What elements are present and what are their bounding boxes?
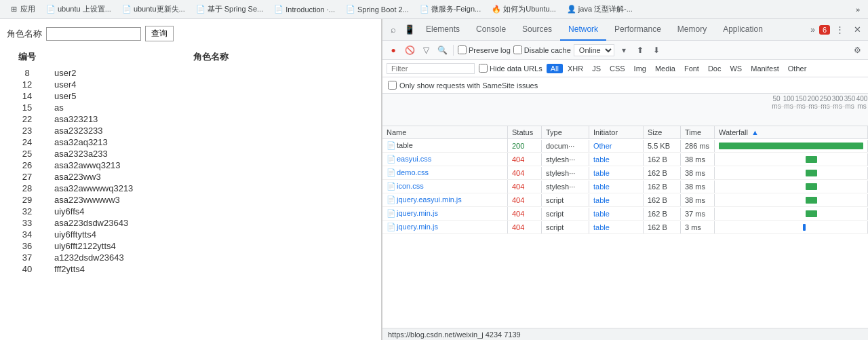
filter-input[interactable] [387,63,475,74]
more-tabs-btn[interactable]: » [806,25,819,35]
samesite-checkbox[interactable] [388,81,397,90]
throttle-select[interactable]: Online [574,44,614,56]
net-type: stylesh··· [542,167,589,179]
table-row[interactable]: 📄jquery.easyui.min.js 404 script table 1… [382,193,868,207]
bookmark-2[interactable]: 📄 ubuntu更新失... [119,3,189,16]
table-row[interactable]: 📄icon.css 404 stylesh··· table 162 B 38 … [382,180,868,193]
filter-icon[interactable]: ▽ [419,43,433,57]
bookmark-3[interactable]: 📄 基于 Spring Se... [193,3,267,16]
filter-type-font[interactable]: Font [680,64,703,73]
tab-elements[interactable]: Elements [418,19,468,41]
data-table: 8user212user414user515as22asa32321323asa… [7,67,374,275]
disable-cache-checkbox[interactable]: Disable cache [513,45,571,54]
net-waterfall [715,181,868,193]
search-icon[interactable]: 🔍 [435,43,449,57]
net-waterfall [715,140,868,152]
preserve-log-checkbox[interactable]: Preserve log [458,45,511,54]
filter-type-ws[interactable]: WS [726,64,746,73]
table-row[interactable]: 📄table 200 docum··· Other 5.5 KB 286 ms [382,139,868,153]
hide-data-urls-checkbox[interactable]: Hide data URLs [479,64,542,73]
net-time: 37 ms [681,208,715,220]
list-item[interactable]: 32uiy6ffs4 [7,206,374,217]
list-item[interactable]: 26asa32awwq3213 [7,159,374,171]
timeline-labels: 50 ms100 ms150 ms200 ms250 ms300 ms350 m… [770,95,868,110]
filter-type-doc[interactable]: Doc [704,64,726,73]
list-item[interactable]: 23asa2323233 [7,125,374,136]
header-waterfall-col[interactable]: Waterfall ▲ [715,126,868,138]
filter-type-other[interactable]: Other [784,64,811,73]
header-type-col[interactable]: Type [542,126,589,138]
record-icon[interactable]: ● [387,43,400,57]
table-row[interactable]: 📄jquery.min.js 404 script table 162 B 3 … [382,221,868,234]
bookmark-7[interactable]: 🔥 如何为Ubuntu... [488,3,559,16]
list-item[interactable]: 29asa223wwwww3 [7,194,374,206]
header-status-col[interactable]: Status [508,126,542,138]
filter-type-xhr[interactable]: XHR [564,64,587,73]
list-item[interactable]: 22asa323213 [7,113,374,125]
tab-network[interactable]: Network [560,19,606,41]
gear-icon[interactable]: ⚙ [850,43,864,57]
tab-performance[interactable]: Performance [606,19,669,41]
list-item[interactable]: 15as [7,102,374,113]
waterfall-bar [806,170,817,176]
bookmark-4[interactable]: 📄 Introduction ·... [271,3,338,16]
bookmark-8[interactable]: 👤 java 泛型详解-... [564,3,636,16]
net-type: docum··· [542,140,589,152]
header-name-col[interactable]: Name [382,126,508,138]
bookmark-6[interactable]: 📄 微服务-Feign... [416,3,484,16]
filter-type-all[interactable]: All [547,64,563,73]
list-item[interactable]: 34uiy6fftytts4 [7,229,374,240]
bookmark-5[interactable]: 📄 Spring Boot 2... [342,3,412,16]
table-row[interactable]: 📄jquery.min.js 404 script table 162 B 37… [382,207,868,221]
export-icon[interactable]: ⬇ [650,43,663,57]
timeline-label: 100 ms [783,95,795,110]
close-icon[interactable]: ✕ [849,22,865,38]
list-item[interactable]: 36uiy6fft2122ytts4 [7,240,374,252]
list-item[interactable]: 12user4 [7,79,374,90]
inspect-icon[interactable]: ⌕ [385,22,401,38]
list-item[interactable]: 25asa2323a233 [7,148,374,159]
bookmarks-more[interactable]: » [853,4,863,15]
tab-memory[interactable]: Memory [669,19,715,41]
list-item[interactable]: 37a1232dsdw23643 [7,252,374,263]
list-item[interactable]: 40fff2ytts4 [7,263,374,275]
table-row[interactable]: 📄demo.css 404 stylesh··· table 162 B 38 … [382,166,868,180]
header-initiator-col[interactable]: Initiator [589,126,644,138]
grid-icon: ⊞ [9,5,18,14]
net-waterfall [715,208,868,220]
timeline-label: 350 ms [844,95,856,110]
filter-type-img[interactable]: Img [630,64,650,73]
tab-sources[interactable]: Sources [514,19,560,41]
clear-icon[interactable]: 🚫 [403,43,416,57]
bookmark-apps[interactable]: ⊞ 应用 [5,3,39,16]
tab-application[interactable]: Application [715,19,771,41]
header-time-col[interactable]: Time [681,126,715,138]
net-name: 📄jquery.min.js [382,207,508,220]
list-item[interactable]: 14user5 [7,90,374,102]
bookmark-icon-3: 📄 [196,5,205,14]
device-icon[interactable]: 📱 [401,22,418,38]
filter-type-media[interactable]: Media [651,64,679,73]
bookmark-icon-2: 📄 [122,5,132,14]
header-size-col[interactable]: Size [644,126,681,138]
net-time: 286 ms [681,140,715,152]
import-icon[interactable]: ⬆ [633,43,647,57]
search-input[interactable] [46,27,141,41]
list-item[interactable]: 33asa223dsdw23643 [7,217,374,229]
net-type: stylesh··· [542,181,589,193]
list-item[interactable]: 24asa32aq3213 [7,136,374,148]
throttle-icon[interactable]: ▾ [617,43,631,57]
tab-console[interactable]: Console [468,19,514,41]
bookmark-1[interactable]: 📄 ubuntu 上设置... [43,3,115,16]
settings-icon[interactable]: ⋮ [831,22,848,38]
net-name: 📄demo.css [382,166,508,179]
table-row[interactable]: 📄easyui.css 404 stylesh··· table 162 B 3… [382,153,868,166]
list-item[interactable]: 28asa32awwwwq3213 [7,183,374,194]
search-button[interactable]: 查询 [145,26,174,41]
list-item[interactable]: 27asa223ww3 [7,171,374,183]
filter-type-manifest[interactable]: Manifest [747,64,783,73]
list-item[interactable]: 8user2 [7,67,374,79]
devtools-topbar: ⌕ 📱 ElementsConsoleSourcesNetworkPerform… [382,19,868,41]
filter-type-js[interactable]: JS [588,64,605,73]
filter-type-css[interactable]: CSS [606,64,629,73]
